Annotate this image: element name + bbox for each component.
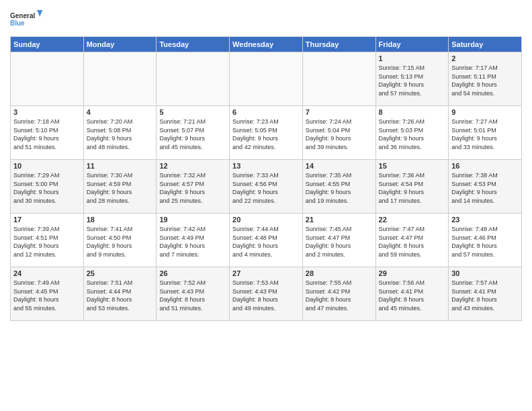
calendar-table: SundayMondayTuesdayWednesdayThursdayFrid…	[10, 36, 522, 321]
calendar-cell: 16Sunrise: 7:38 AMSunset: 4:53 PMDayligh…	[449, 160, 522, 214]
calendar-cell	[83, 52, 157, 106]
day-number: 12	[159, 162, 226, 170]
calendar-cell	[302, 52, 375, 106]
calendar-cell: 7Sunrise: 7:24 AMSunset: 5:04 PMDaylight…	[302, 106, 375, 160]
day-info: Sunrise: 7:49 AMSunset: 4:45 PMDaylight:…	[13, 279, 81, 312]
calendar-cell	[230, 52, 303, 106]
day-info: Sunrise: 7:32 AMSunset: 4:57 PMDaylight:…	[159, 171, 226, 205]
day-info: Sunrise: 7:23 AMSunset: 5:05 PMDaylight:…	[232, 118, 300, 151]
day-number: 11	[87, 162, 154, 170]
logo-svg: General Blue	[10, 7, 44, 34]
calendar-cell: 13Sunrise: 7:33 AMSunset: 4:56 PMDayligh…	[230, 160, 303, 214]
day-number: 27	[232, 269, 300, 277]
day-info: Sunrise: 7:42 AMSunset: 4:49 PMDaylight:…	[159, 225, 226, 259]
day-info: Sunrise: 7:18 AMSunset: 5:10 PMDaylight:…	[13, 118, 81, 151]
day-info: Sunrise: 7:36 AMSunset: 4:54 PMDaylight:…	[379, 171, 446, 205]
svg-marker-2	[37, 10, 42, 17]
day-number: 16	[451, 162, 519, 170]
day-number: 15	[379, 162, 446, 170]
calendar-cell: 14Sunrise: 7:35 AMSunset: 4:55 PMDayligh…	[302, 160, 375, 214]
week-row-2: 3Sunrise: 7:18 AMSunset: 5:10 PMDaylight…	[11, 106, 522, 160]
calendar-cell: 17Sunrise: 7:39 AMSunset: 4:51 PMDayligh…	[11, 214, 84, 267]
column-header-friday: Friday	[375, 37, 449, 52]
day-number: 19	[159, 216, 226, 224]
day-number: 22	[379, 216, 446, 224]
day-number: 4	[87, 108, 154, 116]
column-header-monday: Monday	[83, 37, 157, 52]
day-number: 5	[159, 108, 226, 116]
column-header-wednesday: Wednesday	[230, 37, 303, 52]
svg-text:Blue: Blue	[10, 19, 25, 27]
logo: General Blue	[10, 7, 44, 34]
day-info: Sunrise: 7:15 AMSunset: 5:13 PMDaylight:…	[379, 64, 446, 97]
day-info: Sunrise: 7:29 AMSunset: 5:00 PMDaylight:…	[13, 171, 81, 205]
day-info: Sunrise: 7:17 AMSunset: 5:11 PMDaylight:…	[451, 64, 519, 97]
day-number: 29	[379, 269, 446, 277]
calendar-cell: 12Sunrise: 7:32 AMSunset: 4:57 PMDayligh…	[157, 160, 230, 214]
calendar-cell: 11Sunrise: 7:30 AMSunset: 4:59 PMDayligh…	[83, 160, 157, 214]
calendar-cell: 27Sunrise: 7:53 AMSunset: 4:43 PMDayligh…	[230, 267, 303, 321]
day-info: Sunrise: 7:39 AMSunset: 4:51 PMDaylight:…	[13, 225, 81, 259]
week-row-5: 24Sunrise: 7:49 AMSunset: 4:45 PMDayligh…	[11, 267, 522, 321]
column-header-saturday: Saturday	[449, 37, 522, 52]
calendar-cell: 22Sunrise: 7:47 AMSunset: 4:47 PMDayligh…	[375, 214, 449, 267]
column-header-thursday: Thursday	[302, 37, 375, 52]
calendar-cell	[11, 52, 84, 106]
week-row-3: 10Sunrise: 7:29 AMSunset: 5:00 PMDayligh…	[11, 160, 522, 214]
calendar-cell: 19Sunrise: 7:42 AMSunset: 4:49 PMDayligh…	[157, 214, 230, 267]
calendar-cell: 5Sunrise: 7:21 AMSunset: 5:07 PMDaylight…	[157, 106, 230, 160]
header: General Blue	[10, 7, 522, 34]
calendar-cell: 21Sunrise: 7:45 AMSunset: 4:47 PMDayligh…	[302, 214, 375, 267]
day-number: 6	[232, 108, 300, 116]
day-number: 23	[451, 216, 519, 224]
calendar-cell	[157, 52, 230, 106]
day-info: Sunrise: 7:38 AMSunset: 4:53 PMDaylight:…	[451, 171, 519, 205]
day-number: 2	[451, 54, 519, 62]
day-info: Sunrise: 7:35 AMSunset: 4:55 PMDaylight:…	[306, 171, 373, 205]
day-info: Sunrise: 7:45 AMSunset: 4:47 PMDaylight:…	[306, 225, 373, 259]
calendar-cell: 28Sunrise: 7:55 AMSunset: 4:42 PMDayligh…	[302, 267, 375, 321]
day-info: Sunrise: 7:47 AMSunset: 4:47 PMDaylight:…	[379, 225, 446, 259]
day-number: 10	[13, 162, 81, 170]
page-container: General Blue SundayMondayTuesdayWednesda…	[0, 0, 532, 324]
day-number: 25	[87, 269, 154, 277]
week-row-4: 17Sunrise: 7:39 AMSunset: 4:51 PMDayligh…	[11, 214, 522, 267]
calendar-cell: 18Sunrise: 7:41 AMSunset: 4:50 PMDayligh…	[83, 214, 157, 267]
column-header-sunday: Sunday	[11, 37, 84, 52]
day-info: Sunrise: 7:33 AMSunset: 4:56 PMDaylight:…	[232, 171, 300, 205]
day-number: 17	[13, 216, 81, 224]
svg-text:General: General	[10, 12, 35, 19]
day-info: Sunrise: 7:52 AMSunset: 4:43 PMDaylight:…	[159, 279, 226, 312]
day-number: 9	[451, 108, 519, 116]
calendar-cell: 10Sunrise: 7:29 AMSunset: 5:00 PMDayligh…	[11, 160, 84, 214]
calendar-cell: 4Sunrise: 7:20 AMSunset: 5:08 PMDaylight…	[83, 106, 157, 160]
day-info: Sunrise: 7:51 AMSunset: 4:44 PMDaylight:…	[87, 279, 154, 312]
day-number: 3	[13, 108, 81, 116]
calendar-cell: 29Sunrise: 7:56 AMSunset: 4:41 PMDayligh…	[375, 267, 449, 321]
calendar-header-row: SundayMondayTuesdayWednesdayThursdayFrid…	[11, 37, 522, 52]
day-number: 28	[306, 269, 373, 277]
calendar-cell: 25Sunrise: 7:51 AMSunset: 4:44 PMDayligh…	[83, 267, 157, 321]
calendar-cell: 15Sunrise: 7:36 AMSunset: 4:54 PMDayligh…	[375, 160, 449, 214]
day-info: Sunrise: 7:21 AMSunset: 5:07 PMDaylight:…	[159, 118, 226, 151]
calendar-cell: 20Sunrise: 7:44 AMSunset: 4:48 PMDayligh…	[230, 214, 303, 267]
calendar-cell: 30Sunrise: 7:57 AMSunset: 4:41 PMDayligh…	[449, 267, 522, 321]
day-info: Sunrise: 7:41 AMSunset: 4:50 PMDaylight:…	[87, 225, 154, 259]
calendar-cell: 23Sunrise: 7:48 AMSunset: 4:46 PMDayligh…	[449, 214, 522, 267]
day-info: Sunrise: 7:30 AMSunset: 4:59 PMDaylight:…	[87, 171, 154, 205]
day-number: 21	[306, 216, 373, 224]
day-number: 18	[87, 216, 154, 224]
day-info: Sunrise: 7:27 AMSunset: 5:01 PMDaylight:…	[451, 118, 519, 151]
day-info: Sunrise: 7:55 AMSunset: 4:42 PMDaylight:…	[306, 279, 373, 312]
day-number: 13	[232, 162, 300, 170]
day-number: 14	[306, 162, 373, 170]
day-info: Sunrise: 7:57 AMSunset: 4:41 PMDaylight:…	[451, 279, 519, 312]
day-info: Sunrise: 7:20 AMSunset: 5:08 PMDaylight:…	[87, 118, 154, 151]
day-info: Sunrise: 7:24 AMSunset: 5:04 PMDaylight:…	[306, 118, 373, 151]
day-info: Sunrise: 7:53 AMSunset: 4:43 PMDaylight:…	[232, 279, 300, 312]
column-header-tuesday: Tuesday	[157, 37, 230, 52]
day-number: 8	[379, 108, 446, 116]
day-number: 7	[306, 108, 373, 116]
day-info: Sunrise: 7:44 AMSunset: 4:48 PMDaylight:…	[232, 225, 300, 259]
day-number: 1	[379, 54, 446, 62]
